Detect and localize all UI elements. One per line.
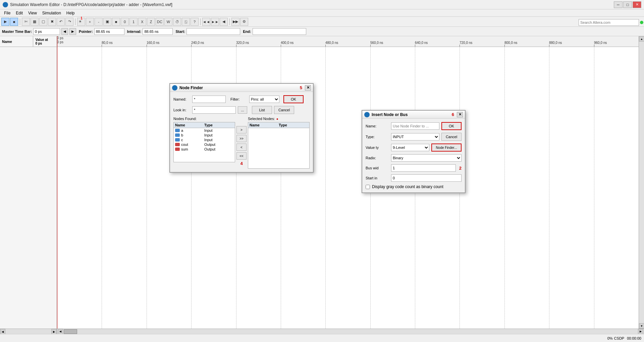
- menu-help[interactable]: Help: [64, 10, 77, 16]
- nf-panels: Nodes Found: Name Type aInputbInputcInpu…: [173, 117, 310, 169]
- named-input[interactable]: [192, 96, 226, 103]
- nf-row-1: Named: Filter: Pins: all Pins: input Pin…: [173, 95, 310, 103]
- master-time-input[interactable]: [33, 28, 60, 35]
- force-x-button[interactable]: X: [138, 18, 146, 26]
- maximize-button[interactable]: □: [623, 1, 632, 8]
- browse-button[interactable]: ...: [238, 106, 247, 114]
- in-type-select[interactable]: INPUT OUTPUT BIDIR: [391, 133, 439, 140]
- marker-1: 1: [80, 16, 83, 20]
- menu-file[interactable]: File: [1, 10, 13, 16]
- vertical-scrollbar[interactable]: ▲ ▼: [639, 36, 644, 329]
- force-1-button[interactable]: 1: [129, 18, 138, 26]
- paste-button[interactable]: ▢: [39, 18, 47, 26]
- minimize-button[interactable]: ─: [614, 1, 623, 8]
- zoom-fit-button[interactable]: ▣: [103, 18, 111, 26]
- force-z-button[interactable]: Z: [147, 18, 155, 26]
- nodes-found-row[interactable]: bInput: [174, 133, 235, 137]
- transfer-double-left-button[interactable]: <<: [236, 152, 247, 160]
- interval-input[interactable]: [143, 28, 173, 35]
- random-button[interactable]: ?: [191, 18, 199, 26]
- selected-dot: ●: [276, 117, 278, 121]
- cut-button[interactable]: ✄: [22, 18, 30, 26]
- menu-view[interactable]: View: [25, 10, 40, 16]
- left-hscroll: ◀ ▶: [0, 329, 57, 334]
- insert-node-button[interactable]: ☀ 1: [77, 18, 85, 26]
- force-weak-button[interactable]: W: [164, 18, 172, 26]
- start-field: Start:: [175, 28, 240, 35]
- nodes-found-row[interactable]: sumOutput: [174, 147, 235, 152]
- time-next-button[interactable]: ▶: [69, 28, 76, 35]
- in-buswidth-input[interactable]: [391, 164, 456, 172]
- selected-nodes-header: Name Type: [248, 122, 309, 128]
- transfer-left-button[interactable]: <: [236, 144, 247, 151]
- in-nodefinder-button[interactable]: Node Finder...: [431, 144, 462, 152]
- ok-button[interactable]: OK: [283, 95, 304, 103]
- in-cancel-button[interactable]: Cancel: [441, 133, 462, 141]
- undo-button[interactable]: ↶: [57, 18, 65, 26]
- transfer-right-button[interactable]: >: [236, 126, 247, 133]
- main-area: Name Value at 0 ps ◀ ▶ 0 ps 0 ps 80,0 ns…: [0, 36, 644, 334]
- value-column-header: Value at 0 ps: [33, 37, 57, 46]
- left-scroll-left[interactable]: ◀: [0, 329, 5, 334]
- nodes-found-row[interactable]: coutOutput: [174, 142, 235, 147]
- in-name-input[interactable]: [391, 122, 439, 130]
- horizontal-scrollbar: ◀ ▶: [57, 329, 644, 334]
- hscroll-thumb[interactable]: [64, 329, 77, 334]
- pointer-tool-button[interactable]: ▶: [1, 18, 9, 26]
- in-ok-button[interactable]: OK: [441, 122, 462, 130]
- node-finder-close-button[interactable]: ✕: [305, 85, 311, 91]
- ruler-tick-label: 480,0 ns: [325, 41, 338, 47]
- transfer-double-right-button[interactable]: >>: [236, 135, 247, 142]
- force-dc-button[interactable]: DC: [156, 18, 164, 26]
- zoom-out-button[interactable]: -: [95, 18, 103, 26]
- in-radix-select[interactable]: Binary Hexadecimal Octal Unsigned Decima…: [391, 154, 462, 162]
- window-controls: ─ □ ✕: [614, 1, 641, 8]
- nodes-found-label: Nodes Found:: [173, 117, 235, 121]
- nodes-found-row[interactable]: cInput: [174, 137, 235, 142]
- force-0-button[interactable]: 0: [121, 18, 129, 26]
- select-tool-button[interactable]: ■: [10, 18, 18, 26]
- in-name-row: Name: OK: [366, 122, 462, 130]
- in-valuetype-select[interactable]: 9-Level 4-Level 2-Level: [391, 144, 429, 151]
- menu-edit[interactable]: Edit: [13, 10, 25, 16]
- prev-edge-button[interactable]: ◄◄: [202, 18, 210, 26]
- start-label: Start:: [175, 30, 185, 34]
- copy-button[interactable]: ▦: [31, 18, 39, 26]
- node-type: Input: [204, 138, 233, 142]
- redo-button[interactable]: ↷: [65, 18, 73, 26]
- end-input[interactable]: [253, 28, 306, 35]
- selected-nodes-table[interactable]: Name Type: [248, 122, 310, 169]
- delete-button[interactable]: ✖: [48, 18, 56, 26]
- search-bar: [579, 19, 643, 26]
- pointer-input[interactable]: [94, 28, 124, 35]
- lookin-input[interactable]: [192, 106, 236, 114]
- options-button[interactable]: ⚙: [240, 18, 248, 26]
- cancel-button[interactable]: Cancel: [274, 106, 294, 114]
- snap-button[interactable]: ■: [112, 18, 120, 26]
- list-button[interactable]: List: [252, 106, 272, 114]
- ruler-tick-label: 560,0 ns: [370, 41, 383, 47]
- search-input[interactable]: [579, 19, 639, 26]
- nodes-found-row[interactable]: aInput: [174, 128, 235, 133]
- insert-node-close-button[interactable]: ✕: [457, 112, 463, 117]
- clock-button[interactable]: ⏱: [173, 18, 181, 26]
- menu-simulation[interactable]: Simulation: [40, 10, 64, 16]
- zoom-in-button[interactable]: +: [86, 18, 94, 26]
- hscroll-left[interactable]: ◀: [58, 329, 63, 334]
- filter-select[interactable]: Pins: all Pins: input Pins: output Nets:…: [249, 96, 279, 103]
- in-startindex-input[interactable]: [391, 174, 462, 182]
- vscroll-down[interactable]: ▼: [639, 323, 644, 329]
- vscroll-up[interactable]: ▲: [639, 36, 644, 42]
- time-prev-button[interactable]: ◀: [61, 28, 68, 35]
- prev-trans-button[interactable]: ◀: [220, 18, 228, 26]
- hscroll-right[interactable]: ▶: [638, 329, 643, 334]
- gray-code-checkbox[interactable]: [366, 185, 370, 189]
- close-button[interactable]: ✕: [633, 1, 641, 8]
- next-edge-button[interactable]: ►►: [211, 18, 219, 26]
- start-input[interactable]: [186, 28, 240, 35]
- left-scroll-right[interactable]: ▶: [51, 329, 57, 334]
- run-sim-button[interactable]: ▶▶: [231, 18, 239, 26]
- arbitrary-button[interactable]: ⍂: [182, 18, 190, 26]
- ruler-tick-label: 240,0 ns: [191, 41, 204, 47]
- node-type: Output: [204, 147, 233, 151]
